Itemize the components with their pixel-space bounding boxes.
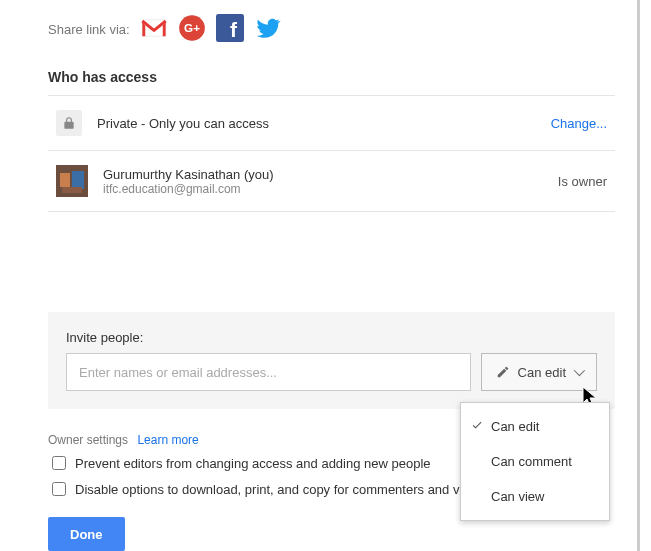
owner-avatar bbox=[56, 165, 88, 197]
change-link[interactable]: Change... bbox=[551, 116, 607, 131]
owner-settings-label: Owner settings bbox=[48, 433, 128, 447]
svg-rect-6 bbox=[60, 173, 70, 187]
invite-label: Invite people: bbox=[66, 330, 597, 345]
perm-option-can-edit[interactable]: Can edit bbox=[461, 409, 609, 444]
pencil-icon bbox=[496, 365, 510, 379]
gmail-icon[interactable] bbox=[140, 14, 168, 45]
chevron-down-icon bbox=[574, 365, 585, 376]
perm-option-can-comment[interactable]: Can comment bbox=[461, 444, 609, 479]
access-heading: Who has access bbox=[48, 69, 615, 85]
learn-more-link[interactable]: Learn more bbox=[137, 433, 198, 447]
prevent-editors-checkbox[interactable] bbox=[52, 456, 66, 470]
privacy-text: Private - Only you can access bbox=[97, 116, 269, 131]
owner-email: itfc.education@gmail.com bbox=[103, 182, 274, 196]
owner-name: Gurumurthy Kasinathan (you) bbox=[103, 167, 274, 182]
svg-rect-8 bbox=[62, 187, 82, 193]
done-button[interactable]: Done bbox=[48, 517, 125, 551]
svg-text:G+: G+ bbox=[184, 21, 200, 34]
svg-text:f: f bbox=[230, 18, 238, 41]
twitter-icon[interactable] bbox=[254, 14, 282, 45]
disable-download-checkbox[interactable] bbox=[52, 482, 66, 496]
gplus-icon[interactable]: G+ bbox=[178, 14, 206, 45]
perm-option-can-view[interactable]: Can view bbox=[461, 479, 609, 514]
permission-menu: Can edit Can comment Can view bbox=[460, 402, 610, 521]
invite-input[interactable] bbox=[66, 353, 471, 391]
access-privacy-row: Private - Only you can access Change... bbox=[48, 96, 615, 150]
facebook-icon[interactable]: f bbox=[216, 14, 244, 45]
prevent-editors-label: Prevent editors from changing access and… bbox=[75, 456, 431, 471]
share-label: Share link via: bbox=[48, 22, 130, 37]
owner-role: Is owner bbox=[558, 174, 607, 189]
invite-panel: Invite people: Can edit bbox=[48, 312, 615, 409]
share-row: Share link via: G+ f bbox=[48, 10, 615, 59]
checkmark-icon bbox=[471, 419, 483, 434]
permission-dropdown[interactable]: Can edit bbox=[481, 353, 597, 391]
disable-download-label: Disable options to download, print, and … bbox=[75, 482, 462, 497]
access-owner-row: Gurumurthy Kasinathan (you) itfc.educati… bbox=[48, 150, 615, 211]
lock-icon bbox=[56, 110, 82, 136]
svg-rect-7 bbox=[72, 171, 84, 189]
permission-dropdown-label: Can edit bbox=[518, 365, 566, 380]
